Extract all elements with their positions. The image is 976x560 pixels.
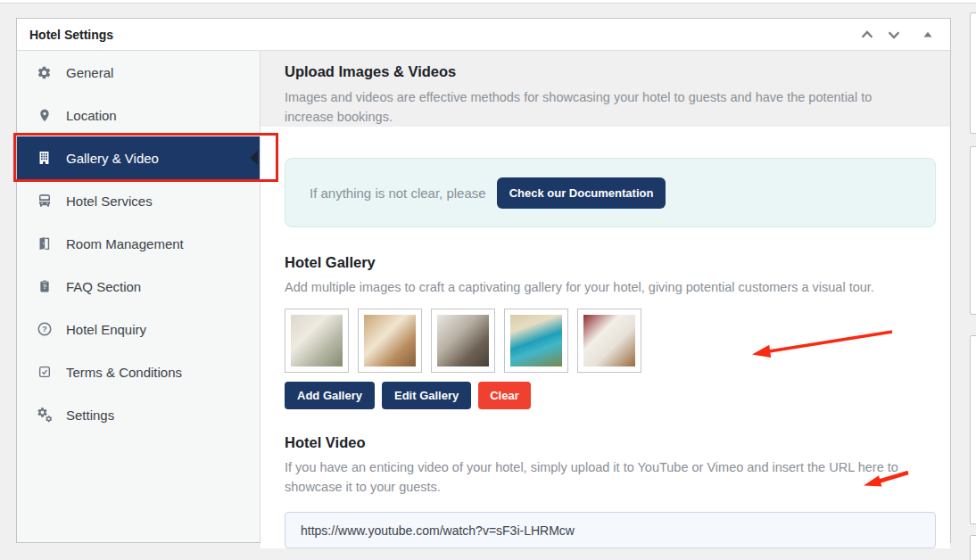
- hotel-video-section: Hotel Video If you have an enticing vide…: [285, 434, 935, 548]
- video-section-description: If you have an enticing video of your ho…: [285, 457, 927, 497]
- tab-location[interactable]: Location: [17, 94, 260, 136]
- tab-label: Settings: [66, 408, 114, 423]
- tab-faq-section[interactable]: ? FAQ Section: [17, 265, 260, 308]
- adjacent-panel-edge: [970, 146, 976, 315]
- svg-text:?: ?: [42, 325, 47, 334]
- gallery-thumbnail-pool[interactable]: [504, 309, 568, 373]
- tab-settings[interactable]: Settings: [17, 393, 260, 436]
- tab-label: Room Management: [66, 236, 184, 251]
- hotel-gallery-section: Hotel Gallery Add multiple images to cra…: [285, 254, 935, 409]
- tab-label: Location: [66, 108, 117, 123]
- gallery-thumbnail-bedroom[interactable]: [285, 309, 349, 373]
- chevron-down-icon: [886, 27, 902, 43]
- gallery-buttons: Add Gallery Edit Gallery Clear: [285, 382, 935, 409]
- collapse-toggle-button[interactable]: [914, 23, 941, 46]
- edit-gallery-button[interactable]: Edit Gallery: [382, 382, 471, 409]
- gear-icon: [36, 64, 53, 81]
- tab-terms-conditions[interactable]: Terms & Conditions: [17, 350, 260, 393]
- move-down-button[interactable]: [881, 23, 907, 46]
- tab-content-panel: Upload Images & Videos Images and videos…: [261, 51, 950, 542]
- location-pin-icon: [36, 107, 53, 124]
- notice-text: If anything is not clear, please: [310, 185, 486, 201]
- checkbox-checked-icon: [36, 364, 53, 381]
- content-header: Upload Images & Videos Images and videos…: [261, 51, 950, 127]
- tab-label: FAQ Section: [66, 279, 141, 294]
- adjacent-panel-edge: [970, 335, 976, 524]
- tab-label: Hotel Enquiry: [66, 322, 146, 337]
- thumbnail-image: [291, 315, 343, 366]
- documentation-notice: If anything is not clear, please Check o…: [285, 158, 936, 227]
- chevron-up-icon: [859, 27, 875, 43]
- settings-tabs-sidebar: General Location: [17, 51, 261, 542]
- clipboard-question-icon: ?: [36, 278, 53, 295]
- metabox-title: Hotel Settings: [29, 28, 113, 42]
- tab-label: Terms & Conditions: [66, 365, 182, 380]
- gallery-thumbnails: [285, 309, 935, 373]
- page-top-panel-edge: [0, 0, 976, 4]
- door-icon: [36, 235, 53, 252]
- move-up-button[interactable]: [854, 23, 881, 46]
- clear-gallery-button[interactable]: Clear: [478, 382, 531, 409]
- add-gallery-button[interactable]: Add Gallery: [285, 382, 375, 409]
- tab-hotel-services[interactable]: Hotel Services: [17, 179, 260, 222]
- thumbnail-image: [437, 315, 489, 366]
- tab-label: Gallery & Video: [66, 151, 159, 166]
- tab-hotel-enquiry[interactable]: ? Hotel Enquiry: [17, 308, 260, 350]
- gallery-section-title: Hotel Gallery: [285, 254, 935, 271]
- tab-general[interactable]: General: [17, 51, 260, 94]
- question-circle-icon: ?: [36, 321, 53, 338]
- gears-icon: [36, 407, 53, 424]
- check-documentation-button[interactable]: Check our Documentation: [497, 177, 666, 209]
- triangle-up-icon: [922, 29, 934, 41]
- metabox-handle-actions: [854, 23, 941, 46]
- tab-label: Hotel Services: [66, 194, 153, 209]
- content-description: Images and videos are effective methods …: [285, 87, 923, 127]
- tab-label: General: [66, 65, 113, 80]
- adjacent-panel-edge: [970, 12, 976, 134]
- bus-icon: [36, 193, 53, 210]
- svg-text:?: ?: [42, 283, 46, 291]
- content-title: Upload Images & Videos: [285, 63, 923, 80]
- metabox-header: Hotel Settings: [17, 19, 950, 51]
- building-icon: [36, 150, 53, 167]
- tab-room-management[interactable]: Room Management: [17, 222, 260, 265]
- adjacent-panel-edge: [970, 535, 976, 560]
- gallery-thumbnail-kitchen[interactable]: [577, 309, 641, 373]
- video-url-input[interactable]: [285, 512, 936, 548]
- gallery-thumbnail-living-room[interactable]: [431, 309, 495, 373]
- tab-gallery-video[interactable]: Gallery & Video: [17, 136, 260, 179]
- gallery-thumbnail-hotel-room[interactable]: [358, 309, 422, 373]
- thumbnail-image: [364, 315, 416, 366]
- thumbnail-image: [510, 315, 562, 366]
- thumbnail-image: [583, 315, 635, 366]
- video-section-title: Hotel Video: [285, 434, 935, 451]
- content-body: If anything is not clear, please Check o…: [261, 127, 950, 548]
- gallery-section-description: Add multiple images to craft a captivati…: [285, 277, 927, 297]
- hotel-settings-metabox: Hotel Settings General: [16, 18, 951, 543]
